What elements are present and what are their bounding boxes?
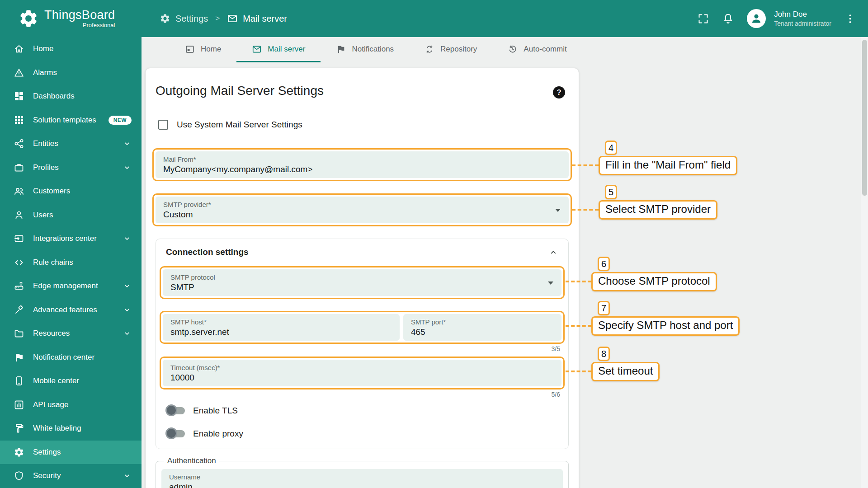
fullscreen-icon[interactable] — [697, 13, 709, 25]
sidebar-item-notification-center[interactable]: Notification center — [0, 346, 142, 370]
connection-settings-header[interactable]: Connection settings — [163, 239, 561, 265]
flag-icon — [14, 352, 24, 363]
brand-logo[interactable]: ThingsBoard Professional — [0, 8, 142, 29]
header-actions: John Doe Tenant administrator — [697, 9, 868, 28]
sidebar-item-white-labeling[interactable]: White labeling — [0, 417, 142, 441]
folder-icon — [14, 328, 24, 339]
smtp-provider-select[interactable]: SMTP provider* Custom — [156, 197, 569, 223]
tab-home[interactable]: Home — [170, 37, 236, 62]
proxy-toggle[interactable] — [167, 430, 185, 437]
annotation-connector-7 — [566, 325, 591, 327]
smtp-host-port-highlight: SMTP host* smtp.server.net SMTP port* 46… — [160, 311, 565, 344]
mail-from-highlight: Mail From* MyCompany<my.company@mail.com… — [152, 148, 572, 181]
tab-auto-commit[interactable]: Auto-commit — [492, 37, 582, 62]
grid-icon — [14, 115, 24, 126]
sidebar-item-home[interactable]: Home — [0, 37, 142, 61]
field-label: Username — [169, 473, 555, 481]
field-value: admin — [169, 482, 555, 488]
annotation-number: 6 — [598, 257, 610, 271]
mail-from-field[interactable]: Mail From* MyCompany<my.company@mail.com… — [156, 151, 569, 178]
sidebar-item-label: Rule chains — [33, 258, 73, 267]
sidebar-item-integrations-center[interactable]: Integrations center — [0, 227, 142, 251]
enable-tls-row[interactable]: Enable TLS — [167, 404, 561, 418]
sidebar-item-advanced-features[interactable]: Advanced features — [0, 298, 142, 322]
timeout-field[interactable]: Timeout (msec)* 10000 — [163, 360, 561, 386]
use-system-settings-row[interactable]: Use System Mail Server Settings — [156, 120, 569, 130]
sidebar-item-users[interactable]: Users — [0, 203, 142, 227]
gear-icon — [14, 447, 24, 458]
tab-notifications[interactable]: Notifications — [321, 37, 409, 62]
sidebar-item-entities[interactable]: Entities — [0, 132, 142, 156]
smtp-host-field[interactable]: SMTP host* smtp.server.net — [163, 314, 400, 341]
sidebar-item-customers[interactable]: Customers — [0, 179, 142, 203]
field-value: 10000 — [170, 373, 554, 383]
chevron-down-icon — [123, 163, 132, 172]
annotation-8: 8 Set timeout — [591, 362, 660, 381]
smartphone-icon — [14, 375, 24, 386]
sidebar-item-api-usage[interactable]: API usage — [0, 393, 142, 417]
help-button[interactable]: ? — [553, 86, 565, 99]
field-label: SMTP host* — [170, 318, 392, 326]
sidebar-item-rule-chains[interactable]: Rule chains — [0, 251, 142, 275]
avatar[interactable] — [747, 9, 766, 28]
user-info[interactable]: John Doe Tenant administrator — [774, 9, 831, 28]
annotation-connector-5 — [572, 209, 599, 211]
enable-proxy-label: Enable proxy — [193, 429, 243, 439]
sidebar-item-label: Customers — [33, 187, 70, 196]
sidebar-item-alarms[interactable]: Alarms — [0, 61, 142, 85]
sidebar-item-profiles[interactable]: Profiles — [0, 156, 142, 180]
sidebar-item-label: Mobile center — [33, 376, 79, 385]
sidebar-item-label: Dashboards — [33, 92, 75, 101]
panel-title: Connection settings — [166, 247, 249, 257]
user-role: Tenant administrator — [774, 19, 831, 28]
sidebar-item-edge-management[interactable]: Edge management — [0, 274, 142, 298]
tls-toggle[interactable] — [167, 407, 185, 414]
paint-icon — [14, 423, 24, 434]
sidebar-item-mobile-center[interactable]: Mobile center — [0, 369, 142, 393]
input-icon — [14, 233, 24, 244]
sidebar-item-label: Entities — [33, 139, 58, 148]
annotation-number: 5 — [605, 185, 617, 199]
timeout-char-counter: 5/6 — [164, 391, 560, 399]
tab-repository[interactable]: Repository — [409, 37, 492, 62]
breadcrumb: Settings > Mail server — [160, 13, 287, 24]
router-icon — [14, 281, 24, 291]
breadcrumb-page-label: Mail server — [243, 14, 287, 24]
chevron-up-icon[interactable] — [548, 247, 558, 257]
field-value: 465 — [411, 327, 554, 337]
sidebar-item-resources[interactable]: Resources — [0, 322, 142, 346]
people-icon — [14, 186, 24, 197]
annotation-6: 6 Choose SMTP protocol — [591, 272, 717, 291]
breadcrumb-mail-server[interactable]: Mail server — [227, 13, 287, 24]
notifications-bell-icon[interactable] — [722, 13, 734, 25]
sidebar-item-solution-templates[interactable]: Solution templates NEW — [0, 108, 142, 132]
home-tab-icon — [185, 44, 195, 54]
person-icon — [750, 12, 763, 25]
smtp-port-field[interactable]: SMTP port* 465 — [403, 314, 561, 341]
sidebar-item-security[interactable]: Security — [0, 464, 142, 488]
flag-icon — [336, 44, 346, 54]
sync-icon — [425, 44, 434, 54]
field-value: SMTP — [170, 282, 554, 292]
tab-label: Home — [201, 45, 221, 54]
enable-proxy-row[interactable]: Enable proxy — [167, 427, 561, 441]
smtp-protocol-select[interactable]: SMTP protocol SMTP — [163, 269, 561, 296]
tab-label: Auto-commit — [524, 45, 566, 54]
use-system-settings-checkbox[interactable] — [158, 120, 168, 130]
username-field[interactable]: Username admin — [161, 469, 563, 488]
authentication-legend: Authentication — [164, 456, 219, 465]
field-label: SMTP provider* — [163, 201, 561, 208]
smtp-provider-highlight: SMTP provider* Custom — [152, 193, 572, 226]
brand-edition: Professional — [83, 22, 115, 28]
sidebar-item-label: API usage — [33, 400, 68, 409]
tab-mail-server[interactable]: Mail server — [236, 37, 321, 62]
scrollbar-thumb[interactable] — [862, 40, 867, 196]
code-icon — [14, 257, 24, 268]
tab-label: Notifications — [352, 45, 394, 54]
chevron-down-icon — [123, 305, 132, 314]
chevron-down-icon — [123, 282, 132, 291]
sidebar-item-dashboards[interactable]: Dashboards — [0, 84, 142, 108]
breadcrumb-settings[interactable]: Settings — [160, 13, 208, 24]
more-menu-icon[interactable] — [844, 13, 856, 25]
sidebar-item-settings[interactable]: Settings — [0, 441, 142, 465]
